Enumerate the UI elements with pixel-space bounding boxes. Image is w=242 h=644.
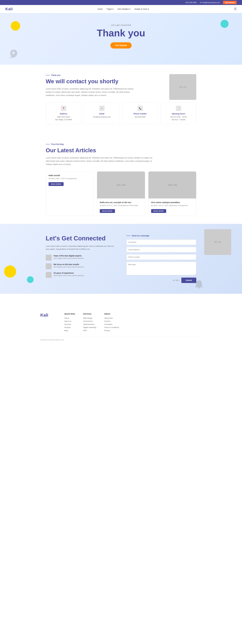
footer-service-digital[interactable]: Digital marketing	[83, 326, 96, 328]
connect-feature-3: 15 years of experience Sed fringilla nul…	[46, 272, 116, 278]
email-icon: ✉	[200, 2, 201, 4]
footer-about-careers[interactable]: Careers	[104, 320, 119, 322]
phone-label: Phone number	[125, 113, 155, 115]
footer-service-ecommerce[interactable]: eCommerce	[83, 320, 96, 322]
footer-link-home[interactable]: Home	[64, 317, 75, 319]
hero-section: Let's get connected Thank you Get Starte…	[0, 13, 242, 65]
hero-cta-button[interactable]: Get Started	[110, 42, 132, 48]
svg-point-0	[12, 52, 14, 54]
hero-subtitle: Let's get connected	[5, 24, 237, 26]
blog-section: From the blog Our Latest Articles Lorem …	[40, 138, 202, 224]
connect-title: Let's Get Connected	[46, 234, 116, 242]
footer-about-terms[interactable]: Terms & conditions	[104, 326, 119, 328]
form-group-message	[126, 262, 196, 276]
svg-rect-1	[198, 287, 200, 288]
connect-feature-2: We focus on the best results Sed fringil…	[46, 263, 116, 269]
footer-col-services-heading: Services	[83, 313, 96, 315]
footer-about-innovation[interactable]: Innovation	[104, 323, 119, 325]
read-more-btn-3[interactable]: READ MORE	[151, 209, 166, 213]
phone-line1: 815.555.5555	[125, 116, 155, 118]
full-name-input[interactable]	[126, 240, 196, 245]
connect-inner: Let's Get Connected Lorem ipsum dolor si…	[40, 234, 202, 283]
hero-title: Thank you	[5, 28, 237, 38]
topbar-phone: 📞 +815.555.5555	[182, 2, 197, 4]
connect-right: Send us a message 4 + 14 = Submit	[126, 234, 196, 283]
feature-1-text: Sed fringilla nulla id ante pulvinar pha…	[53, 258, 85, 259]
email-card-icon: ✉	[99, 106, 105, 111]
blog-card-3-title: Orci varius natoque penatibus	[151, 201, 193, 204]
nav-home[interactable]: Home	[98, 8, 103, 10]
feature-3-text: Sed fringilla nulla id ante pulvinar pha…	[53, 275, 85, 276]
main-nav: Kali Home Pages ▾ Hero headers ▾ Header …	[0, 5, 242, 13]
captcha-text: 4 + 14 =	[173, 279, 179, 281]
footer-quick-links-list: Home About us Services Projects Blog	[64, 317, 75, 332]
hours-icon: 🕐	[176, 106, 181, 111]
email-label: Email	[87, 113, 117, 115]
form-group-email	[126, 247, 196, 252]
nav-logo: Kali	[5, 7, 13, 11]
footer-service-seo[interactable]: SEO	[83, 330, 96, 332]
footer-services-list: Web design eCommerce Advertisement Digit…	[83, 317, 96, 332]
blog-card-3-body: Orci varius natoque penatibus by admin |…	[148, 198, 196, 216]
feature-2-icon	[46, 263, 52, 269]
form-group-phone	[126, 254, 196, 260]
bell-icon	[194, 279, 204, 290]
blog-section-label: From the blog	[46, 143, 196, 145]
connect-left: Let's Get Connected Lorem ipsum dolor si…	[46, 234, 116, 283]
site-footer: Kali Quick links Home About us Services …	[0, 304, 242, 345]
nav-pages[interactable]: Pages ▾	[107, 8, 114, 10]
blog-cards: Hello world! by admin | Mar 7, 2023 | Un…	[46, 172, 196, 216]
feature-1-icon	[46, 255, 52, 260]
footer-link-blog[interactable]: Blog	[64, 330, 75, 332]
contact-section: Thank you We will contact you shortly Lo…	[40, 65, 202, 138]
footer-link-about[interactable]: About us	[64, 320, 75, 322]
info-card-address: 📍 Address 4993 Vine Street San Diego, CA…	[46, 102, 81, 124]
hours-label: Opening hours	[163, 113, 193, 115]
info-card-email: ✉ Email info@mycompany.com	[84, 102, 120, 124]
footer-col-quick-links: Quick links Home About us Services Proje…	[64, 313, 75, 332]
feature-2-label: We focus on the best results	[53, 263, 85, 266]
info-card-hours: 🕐 Opening hours Mon-Fri 9:00 – 18:00 Sat…	[161, 102, 196, 124]
info-cards: 📍 Address 4993 Vine Street San Diego, CA…	[46, 102, 196, 124]
form-footer: 4 + 14 = Submit	[126, 278, 196, 283]
address-label: Address	[49, 113, 79, 115]
hours-line1: Mon-Fri 9:00 – 18:00	[163, 116, 193, 118]
address-icon: 📍	[61, 106, 66, 111]
footer-copyright: Designed by Marketendlicari.com	[40, 339, 64, 341]
connect-section: 201 x 191 Let's Get Connected Lorem ipsu…	[0, 224, 242, 294]
topbar-cta-button[interactable]: Get started	[223, 1, 237, 4]
hamburger-icon[interactable]: ☰	[234, 7, 237, 11]
feature-3-icon	[46, 272, 52, 278]
nav-header-menu[interactable]: Header & menu ▾	[134, 8, 149, 10]
nav-hero-headers[interactable]: Hero headers ▾	[118, 8, 130, 10]
blog-card-2-meta: by admin | Oct 21, 2022 | Uncategorised,…	[100, 204, 142, 206]
blog-card-1-body: Hello world! by admin | Mar 7, 2023 | Un…	[46, 172, 94, 189]
connect-description: Lorem ipsum dolor sit amet, consectetur …	[46, 245, 116, 251]
footer-logo: Kali	[40, 313, 48, 332]
contact-image: 201 x 191	[169, 74, 196, 100]
blog-card-1-meta: by admin | Mar 7, 2023 | Uncategorised	[49, 178, 91, 180]
nav-links: Home Pages ▾ Hero headers ▾ Header & men…	[98, 8, 149, 10]
connect-feature-1: Team of the best digital experts Sed fri…	[46, 255, 116, 260]
footer-col-about: About About Kavi Careers Innovation Term…	[104, 313, 119, 332]
blog-card-3: 1000 x 563 Orci varius natoque penatibus…	[148, 172, 196, 216]
hero-circle-yellow	[11, 21, 20, 30]
topbar-phone-text: +815.555.5555	[185, 2, 197, 4]
form-group-name	[126, 240, 196, 245]
footer-about-privacy[interactable]: Privacy	[104, 330, 119, 332]
footer-link-projects[interactable]: Projects	[64, 326, 75, 328]
read-more-btn-2[interactable]: READ MORE	[100, 209, 115, 213]
footer-about-kavi[interactable]: About Kavi	[104, 317, 119, 319]
blog-card-2-img: 1000 x 563	[97, 172, 145, 198]
phone-icon: 📞	[182, 2, 184, 4]
read-more-btn-1[interactable]: READ MORE	[49, 182, 64, 186]
blog-description: Lorem ipsum dolor sit amet, consectetur …	[46, 156, 153, 166]
footer-link-services[interactable]: Services	[64, 323, 75, 325]
message-textarea[interactable]	[126, 262, 196, 275]
connect-circle-yellow	[4, 266, 16, 278]
email-input[interactable]	[126, 247, 196, 252]
footer-service-web[interactable]: Web design	[83, 317, 96, 319]
footer-service-ads[interactable]: Advertisement	[83, 323, 96, 325]
phone-input[interactable]	[126, 254, 196, 260]
footer-inner: Kali Quick links Home About us Services …	[40, 313, 202, 332]
